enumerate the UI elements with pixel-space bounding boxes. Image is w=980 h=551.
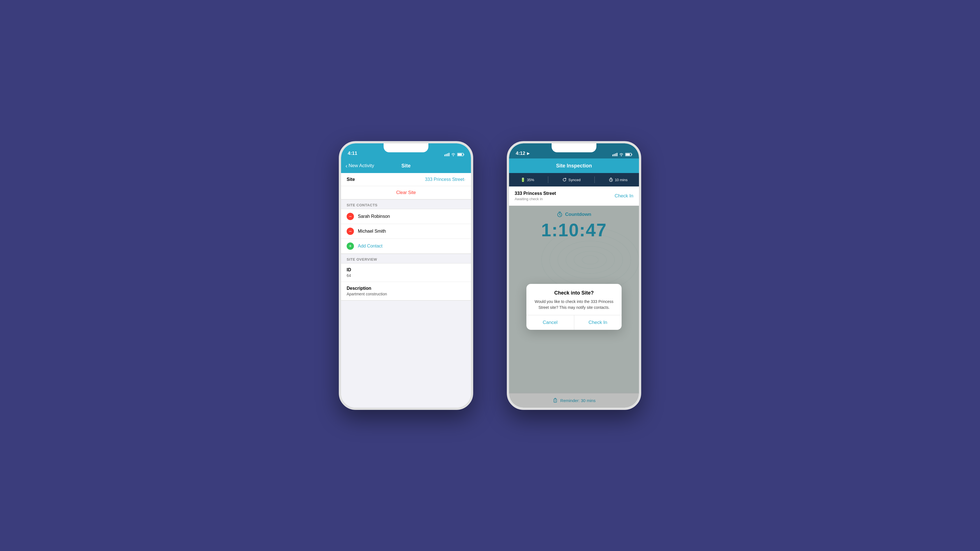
battery-icon-2 bbox=[625, 153, 632, 156]
remove-icon-1[interactable]: − bbox=[347, 228, 354, 235]
clear-site-cell[interactable]: Clear Site bbox=[341, 186, 471, 199]
nav-title-1: Site bbox=[401, 163, 410, 169]
svg-point-12 bbox=[621, 155, 622, 156]
timer-info: 10 mins bbox=[609, 177, 628, 182]
dialog-body: Check into Site? Would you like to check… bbox=[527, 284, 622, 315]
info-bar: 🔋 35% Synced 10 mins bbox=[509, 173, 639, 186]
svg-rect-8 bbox=[612, 154, 613, 156]
site-contacts-group: − Sarah Robinson − Michael Smith + Add C… bbox=[341, 209, 471, 254]
contact-row-0[interactable]: − Sarah Robinson bbox=[341, 209, 471, 224]
signal-icon-1 bbox=[444, 153, 449, 156]
svg-rect-0 bbox=[444, 154, 445, 156]
site-contacts-header: SITE CONTACTS bbox=[341, 200, 471, 209]
svg-rect-6 bbox=[464, 154, 464, 155]
svg-rect-10 bbox=[615, 153, 616, 156]
location-icon-2: ▶ bbox=[527, 151, 530, 155]
status-time-1: 4:11 bbox=[348, 151, 357, 156]
back-button-1[interactable]: ‹ New Activity bbox=[345, 162, 374, 169]
check-in-card: 333 Princess Street Awaiting check in Ch… bbox=[509, 186, 639, 206]
remove-icon-0[interactable]: − bbox=[347, 213, 354, 220]
wifi-icon-1 bbox=[451, 153, 455, 156]
svg-point-4 bbox=[453, 155, 454, 156]
svg-rect-11 bbox=[617, 153, 617, 156]
clear-site-label[interactable]: Clear Site bbox=[396, 190, 416, 195]
svg-rect-2 bbox=[447, 153, 448, 156]
wifi-icon-2 bbox=[619, 153, 624, 156]
dialog-cancel-button[interactable]: Cancel bbox=[527, 315, 574, 330]
nav-title-2: Site Inspection bbox=[556, 163, 592, 169]
status-icons-2 bbox=[612, 153, 632, 156]
desc-value: Apartment construction bbox=[347, 292, 465, 296]
chevron-left-icon-1: ‹ bbox=[345, 162, 347, 169]
dialog-confirm-button[interactable]: Check In bbox=[574, 315, 622, 330]
id-value: 64 bbox=[347, 273, 465, 278]
add-contact-label[interactable]: Add Contact bbox=[358, 244, 382, 248]
timer-label: 10 mins bbox=[615, 178, 628, 182]
check-in-status: Awaiting check in bbox=[515, 197, 556, 201]
dialog-message: Would you like to check into the 333 Pri… bbox=[533, 299, 615, 311]
signal-icon-2 bbox=[612, 153, 617, 156]
sync-icon bbox=[562, 177, 567, 182]
dialog-title: Check into Site? bbox=[533, 290, 615, 296]
sync-info: Synced bbox=[562, 177, 581, 182]
battery-info: 🔋 35% bbox=[520, 177, 534, 182]
dialog-actions: Cancel Check In bbox=[527, 315, 622, 330]
info-divider-1 bbox=[548, 177, 548, 183]
site-label: Site bbox=[347, 177, 425, 182]
battery-icon-1 bbox=[457, 153, 464, 156]
svg-rect-7 bbox=[458, 154, 462, 156]
contact-row-1[interactable]: − Michael Smith bbox=[341, 224, 471, 239]
dialog-overlay: Check into Site? Would you like to check… bbox=[509, 206, 639, 408]
back-label-1[interactable]: New Activity bbox=[348, 163, 374, 169]
add-icon[interactable]: + bbox=[347, 242, 354, 250]
status-time-2: 4:12 ▶ bbox=[516, 151, 530, 156]
battery-info-label: 35% bbox=[527, 178, 534, 182]
overview-id-cell: ID 64 bbox=[341, 263, 471, 282]
notch-1 bbox=[383, 143, 428, 152]
time-text-2: 4:12 bbox=[516, 151, 525, 156]
desc-label: Description bbox=[347, 286, 465, 291]
site-value: 333 Princess Street bbox=[425, 177, 464, 182]
check-in-site: 333 Princess Street bbox=[515, 191, 556, 196]
svg-rect-1 bbox=[446, 154, 447, 156]
sync-label: Synced bbox=[568, 178, 581, 182]
site-overview-group: ID 64 Description Apartment construction bbox=[341, 263, 471, 301]
svg-rect-14 bbox=[632, 154, 632, 155]
phone-2: 4:12 ▶ Site Inspection 🔋 35% Synced bbox=[507, 141, 641, 410]
status-icons-1 bbox=[444, 153, 464, 156]
id-label: ID bbox=[347, 268, 465, 272]
phone-1: 4:11 ‹ New Activity Site Site 333 Prince… bbox=[339, 141, 473, 410]
svg-rect-9 bbox=[614, 154, 615, 156]
add-contact-row[interactable]: + Add Contact bbox=[341, 239, 471, 254]
svg-rect-3 bbox=[449, 153, 449, 156]
contact-name-0: Sarah Robinson bbox=[358, 214, 390, 219]
site-group: Site 333 Princess Street › Clear Site bbox=[341, 173, 471, 200]
check-in-info: 333 Princess Street Awaiting check in bbox=[515, 191, 556, 201]
battery-info-icon: 🔋 bbox=[520, 177, 525, 182]
overview-desc-cell: Description Apartment construction bbox=[341, 282, 471, 300]
nav-bar-1: ‹ New Activity Site bbox=[341, 158, 471, 173]
nav-bar-2: Site Inspection bbox=[509, 158, 639, 173]
site-row[interactable]: Site 333 Princess Street › bbox=[341, 173, 471, 186]
dialog-box: Check into Site? Would you like to check… bbox=[527, 284, 622, 330]
notch-2 bbox=[552, 143, 597, 152]
map-area: Countdown 1:10:47 Check into Site? Would… bbox=[509, 206, 639, 408]
check-in-button[interactable]: Check In bbox=[615, 193, 633, 199]
svg-rect-15 bbox=[626, 154, 630, 156]
timer-icon bbox=[609, 177, 613, 182]
site-overview-header: SITE OVERVIEW bbox=[341, 254, 471, 263]
chevron-right-icon: › bbox=[464, 177, 465, 182]
content-1: Site 333 Princess Street › Clear Site SI… bbox=[341, 173, 471, 408]
contact-name-1: Michael Smith bbox=[358, 229, 386, 234]
